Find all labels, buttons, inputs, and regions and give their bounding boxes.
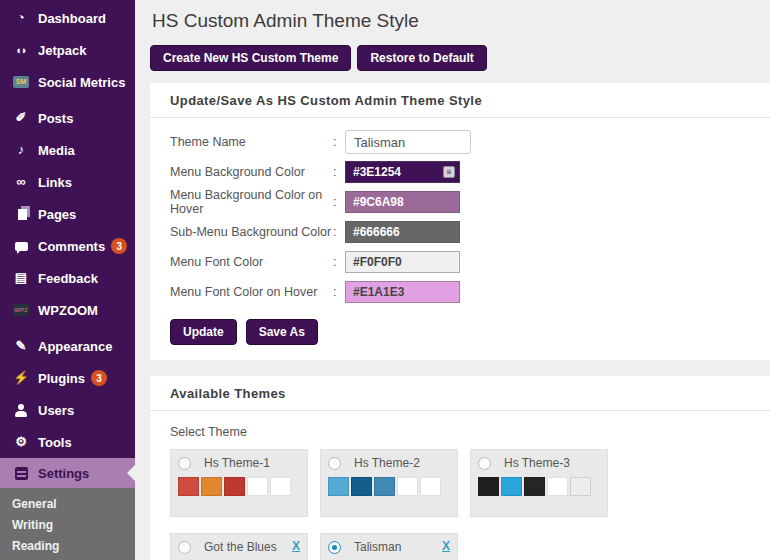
autofill-icon[interactable]: ≣ xyxy=(443,166,455,178)
theme-card-hs-theme-2: Hs Theme-2 xyxy=(320,449,458,517)
label-colon: : xyxy=(333,195,345,209)
delete-theme-link[interactable]: X xyxy=(442,539,450,553)
theme-name-row: Theme Name : xyxy=(170,127,750,157)
submenu-item-writing[interactable]: Writing xyxy=(0,514,135,535)
theme-cards: Hs Theme-1 Hs Theme-2 xyxy=(170,449,750,560)
theme-radio-got-the-blues[interactable] xyxy=(178,541,191,554)
sidebar-item-links[interactable]: ∞ Links xyxy=(0,166,135,198)
submenu-item-reading[interactable]: Reading xyxy=(0,535,135,556)
label-colon: : xyxy=(333,225,345,239)
theme-card-got-the-blues: Got the Blues X xyxy=(170,533,308,560)
select-theme-label: Select Theme xyxy=(170,425,750,439)
color-swatch xyxy=(374,477,395,496)
label-colon: : xyxy=(333,165,345,179)
sidebar-item-label: WPZOOM xyxy=(38,303,98,318)
posts-icon: ✐ xyxy=(11,111,31,125)
sidebar-item-label: Posts xyxy=(38,111,73,126)
theme-radio-hs-theme-1[interactable] xyxy=(178,457,191,470)
sidebar-item-appearance[interactable]: ✎ Appearance xyxy=(0,330,135,362)
sidebar-item-plugins[interactable]: ⚡ Plugins 3 xyxy=(0,362,135,394)
color-swatch xyxy=(547,477,568,496)
theme-name: Got the Blues xyxy=(204,540,277,554)
comments-count-badge: 3 xyxy=(111,238,127,254)
theme-radio-hs-theme-2[interactable] xyxy=(328,457,341,470)
theme-card-talisman: Talisman X xyxy=(320,533,458,560)
submenu-bg-color-label: Sub-Menu Background Color xyxy=(170,225,333,239)
users-icon xyxy=(14,404,28,417)
menu-font-color-label: Menu Font Color xyxy=(170,255,333,269)
menu-bg-hover-label: Menu Background Color on Hover xyxy=(170,188,333,216)
sidebar-item-users[interactable]: Users xyxy=(0,394,135,426)
sidebar-item-media[interactable]: ♪ Media xyxy=(0,134,135,166)
sidebar-item-wpzoom[interactable]: WPZ WPZOOM xyxy=(0,294,135,326)
sidebar-item-dashboard[interactable]: ◔ Dashboard xyxy=(0,2,135,34)
sidebar-item-tools[interactable]: ⚙ Tools xyxy=(0,426,135,458)
update-save-panel-title: Update/Save As HS Custom Admin Theme Sty… xyxy=(150,83,770,118)
sidebar-item-posts[interactable]: ✐ Posts xyxy=(0,102,135,134)
color-swatch xyxy=(478,477,499,496)
menu-bg-color-input[interactable]: #3E1254 ≣ xyxy=(345,161,460,183)
settings-submenu: General Writing Reading xyxy=(0,488,135,560)
sidebar-item-label: Users xyxy=(38,403,74,418)
submenu-bg-color-row: Sub-Menu Background Color : #666666 xyxy=(170,217,750,247)
sidebar-item-label: Dashboard xyxy=(38,11,106,26)
label-colon: : xyxy=(333,285,345,299)
sidebar-item-feedback[interactable]: ▤ Feedback xyxy=(0,262,135,294)
theme-radio-talisman[interactable] xyxy=(328,541,341,554)
sidebar-item-jetpack[interactable]: ◖◗ Jetpack xyxy=(0,34,135,66)
delete-theme-link[interactable]: X xyxy=(292,539,300,553)
create-theme-button[interactable]: Create New HS Custom Theme xyxy=(150,45,351,71)
theme-card-hs-theme-1: Hs Theme-1 xyxy=(170,449,308,517)
theme-radio-hs-theme-3[interactable] xyxy=(478,457,491,470)
theme-name-label: Theme Name xyxy=(170,135,333,149)
links-icon: ∞ xyxy=(11,175,31,189)
sidebar-item-label: Social Metrics xyxy=(38,75,125,90)
color-swatch xyxy=(420,477,441,496)
available-themes-title: Available Themes xyxy=(150,376,770,411)
color-swatch xyxy=(328,477,349,496)
dashboard-icon: ◔ xyxy=(11,11,31,25)
sidebar-item-label: Links xyxy=(38,175,72,190)
themes-body: Select Theme Hs Theme-1 xyxy=(150,411,770,560)
theme-name: Talisman xyxy=(354,540,401,554)
sidebar-item-label: Tools xyxy=(38,435,72,450)
color-swatch xyxy=(351,477,372,496)
sidebar-item-label: Plugins xyxy=(38,371,85,386)
jetpack-icon: ◖◗ xyxy=(11,43,31,57)
submenu-bg-color-input[interactable]: #666666 xyxy=(345,221,460,243)
menu-font-hover-label: Menu Font Color on Hover xyxy=(170,285,333,299)
color-swatch xyxy=(270,477,291,496)
media-icon: ♪ xyxy=(11,143,31,157)
restore-default-button[interactable]: Restore to Default xyxy=(357,45,486,71)
update-save-panel: Update/Save As HS Custom Admin Theme Sty… xyxy=(150,83,770,360)
available-themes-panel: Available Themes Select Theme Hs Theme-1 xyxy=(150,376,770,560)
page-title: HS Custom Admin Theme Style xyxy=(152,10,770,32)
save-as-button[interactable]: Save As xyxy=(246,319,318,345)
feedback-icon: ▤ xyxy=(11,271,31,285)
sidebar-item-social-metrics[interactable]: SM Social Metrics xyxy=(0,66,135,98)
sidebar-item-settings[interactable]: Settings xyxy=(0,458,135,488)
menu-bg-hover-row: Menu Background Color on Hover : #9C6A98 xyxy=(170,187,750,217)
sidebar-item-comments[interactable]: Comments 3 xyxy=(0,230,135,262)
plugins-count-badge: 3 xyxy=(91,370,107,386)
color-swatch xyxy=(397,477,418,496)
toolbar: Create New HS Custom Theme Restore to De… xyxy=(150,45,770,71)
color-swatch xyxy=(501,477,522,496)
update-save-form: Theme Name : Menu Background Color : #3E… xyxy=(150,118,770,360)
menu-font-color-input[interactable]: #F0F0F0 xyxy=(345,251,460,273)
settings-icon xyxy=(15,467,28,480)
menu-font-hover-input[interactable]: #E1A1E3 xyxy=(345,281,460,303)
appearance-icon: ✎ xyxy=(11,339,31,353)
sidebar-item-pages[interactable]: Pages xyxy=(0,198,135,230)
label-colon: : xyxy=(333,255,345,269)
menu-bg-hover-input[interactable]: #9C6A98 xyxy=(345,191,460,213)
update-button[interactable]: Update xyxy=(170,319,237,345)
submenu-bg-color-value: #666666 xyxy=(353,225,400,239)
submenu-item-general[interactable]: General xyxy=(0,493,135,514)
admin-sidebar: ◔ Dashboard ◖◗ Jetpack SM Social Metrics… xyxy=(0,0,135,560)
color-swatch xyxy=(247,477,268,496)
menu-bg-color-label: Menu Background Color xyxy=(170,165,333,179)
theme-name: Hs Theme-2 xyxy=(354,456,420,470)
theme-name-input[interactable] xyxy=(345,130,471,154)
comments-icon xyxy=(15,242,28,251)
